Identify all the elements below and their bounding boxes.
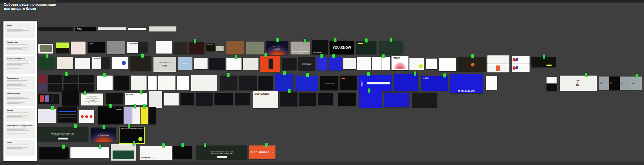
thumbnail-hero-terminal[interactable]: The intelligent terminal: [127, 42, 148, 53]
thumbnail-card-news-of-sera[interactable]: The News of Sera: [153, 57, 176, 72]
green-marker[interactable]: [471, 54, 474, 58]
thumbnail-card-white-1[interactable]: [97, 76, 113, 90]
thumbnail-footer-creative[interactable]: creativedigital: [140, 146, 172, 160]
thumbnail-card-sky[interactable]: ArisaThe: [178, 57, 192, 70]
green-marker[interactable]: [204, 143, 206, 147]
thumbnail-card-blue-steps[interactable]: 01 02 03: [421, 76, 448, 91]
thumbnail-navbar-light[interactable]: [98, 27, 126, 30]
thumbnail-card-dark-8[interactable]: [318, 93, 333, 105]
thumbnail-card-black-1[interactable]: [114, 76, 129, 90]
design-canvas[interactable]: Собрать рефы по композиции для каждого б…: [0, 0, 644, 165]
thumbnail-navbar-beige[interactable]: [149, 26, 176, 31]
thumbnail-card-posters[interactable]: [38, 94, 59, 104]
thumbnail-card-dark-sm[interactable]: [282, 58, 297, 70]
sidebar-section[interactable]: Первый экран: [5, 40, 35, 54]
thumbnail-card-timeline[interactable]: 2004 2015 2016: [320, 76, 338, 90]
green-marker[interactable]: [636, 74, 638, 78]
thumbnail-card-stat-13[interactable]: 13: [599, 77, 609, 90]
thumbnail-banner-terminal[interactable]: Get the terminal that makes every user o…: [37, 127, 88, 141]
green-marker[interactable]: [134, 104, 136, 108]
thumbnail-card-article[interactable]: [226, 58, 242, 70]
thumbnail-card-pricing-black[interactable]: [149, 107, 156, 124]
green-marker[interactable]: [365, 38, 368, 43]
thumbnail-card-cutout-bottom[interactable]: [487, 64, 509, 72]
thumbnail-card-green-dashboard[interactable]: [38, 57, 55, 69]
thumbnail-navbar-dark[interactable]: [38, 27, 73, 31]
thumbnail-card-stat-5[interactable]: 5: [609, 77, 620, 90]
thumbnail-card-red-circles[interactable]: [79, 110, 94, 123]
structure-panel[interactable]: ХедерПервый экранЧто это? ВозможностиПре…: [3, 21, 37, 161]
thumbnail-card-mini-3[interactable]: [79, 75, 94, 83]
thumbnail-card-orange-phone[interactable]: [260, 56, 280, 72]
green-marker[interactable]: [74, 124, 77, 128]
thumbnail-card-blue-wide-2[interactable]: [384, 93, 409, 107]
green-marker[interactable]: [46, 54, 48, 58]
thumbnail-card-dark-7[interactable]: [299, 93, 316, 106]
thumbnail-hero-darkred[interactable]: [189, 42, 204, 54]
thumbnail-card-blue-wide-1[interactable]: [296, 76, 318, 91]
green-marker[interactable]: [84, 91, 86, 95]
thumbnail-card-white-pair-2[interactable]: [381, 57, 390, 70]
thumbnail-card-serif-list[interactable]: Stronger Bike Mater Go, Libre Lightdip P…: [81, 94, 103, 105]
thumbnail-card-white-list[interactable]: [131, 76, 147, 90]
sidebar-section[interactable]: Преимущества: [5, 76, 35, 90]
thumbnail-card-black-orange[interactable]: [340, 76, 357, 90]
thumbnail-card-black-xs[interactable]: [547, 84, 557, 91]
thumbnail-footer-get-started[interactable]: Get Started →: [249, 145, 275, 159]
thumbnail-hero-lime[interactable]: [56, 43, 69, 53]
green-marker[interactable]: [227, 73, 230, 77]
thumbnail-card-phone-mockup[interactable]: [38, 109, 56, 123]
thumbnail-card-blue-tall[interactable]: [275, 74, 293, 91]
green-marker[interactable]: [103, 73, 106, 77]
green-marker[interactable]: [368, 88, 370, 93]
green-marker[interactable]: [320, 54, 323, 58]
thumbnail-card-gray-doc[interactable]: [243, 58, 258, 70]
green-marker[interactable]: [140, 90, 142, 94]
thumbnail-card-blue-list[interactable]: 5 19 14: [358, 75, 392, 91]
thumbnail-footer-pricing-dark[interactable]: [39, 147, 69, 159]
sidebar-section[interactable]: Индивидуальное сотрудничество: [5, 123, 35, 139]
green-marker[interactable]: [367, 72, 370, 76]
thumbnail-hero-webcam[interactable]: [226, 41, 244, 54]
thumbnail-card-collage-3[interactable]: [280, 92, 297, 106]
green-marker[interactable]: [141, 54, 144, 58]
thumbnail-hero-house[interactable]: [38, 44, 53, 54]
thumbnail-hero-greenphoto[interactable]: [379, 41, 403, 54]
thumbnail-card-robot[interactable]: [458, 57, 486, 72]
thumbnail-card-stats-110[interactable]: 98+ 6+ 110+: [560, 76, 597, 91]
green-marker[interactable]: [585, 73, 587, 77]
thumbnail-footer-framed-green[interactable]: [111, 144, 136, 161]
green-marker[interactable]: [283, 71, 286, 75]
green-marker[interactable]: [128, 124, 130, 128]
green-marker[interactable]: [194, 39, 196, 43]
green-marker[interactable]: [288, 89, 291, 93]
thumbnail-card-yellow-dot[interactable]: [409, 58, 424, 70]
thumbnail-card-eggs[interactable]: [57, 57, 73, 69]
thumbnail-card-white-doc-1[interactable]: [343, 58, 356, 69]
green-marker[interactable]: [334, 38, 336, 42]
thumbnail-hero-chroma[interactable]: [356, 41, 376, 54]
thumbnail-navbar-niki[interactable]: NIKI: [75, 27, 96, 31]
thumbnail-card-white-sm[interactable]: [194, 58, 208, 69]
thumbnail-hero-youknow[interactable]: YOU:KNOW: [330, 41, 354, 54]
thumbnail-card-white-pair-1[interactable]: [372, 57, 381, 70]
thumbnail-footer-table[interactable]: [70, 147, 109, 158]
thumbnail-card-product-tall[interactable]: [149, 91, 162, 108]
thumbnail-card-blue-dash-2[interactable]: [359, 91, 382, 108]
thumbnail-navbar-white[interactable]: [128, 28, 146, 30]
thumbnail-card-dark-photo[interactable]: [412, 93, 437, 108]
thumbnail-card-blue-stats[interactable]: 21 000 2040 35%: [450, 74, 483, 93]
thumbnail-card-blue-circle[interactable]: [112, 57, 128, 69]
thumbnail-banner-lifestyle[interactable]: DISCUSS YOUR FUTURE LIFESTYLE.: [119, 127, 145, 144]
green-marker[interactable]: [265, 143, 268, 147]
thumbnail-card-blue-sm-1[interactable]: [317, 57, 327, 71]
thumbnail-card-services[interactable]: SERVICES: [253, 91, 278, 108]
green-marker[interactable]: [264, 53, 267, 57]
thumbnail-card-white-narrow[interactable]: [148, 76, 157, 90]
thumbnail-card-white-lime[interactable]: [75, 58, 90, 69]
thumbnail-card-white-green[interactable]: [177, 76, 189, 90]
green-marker[interactable]: [62, 145, 65, 149]
thumbnail-card-dark-9[interactable]: [338, 93, 356, 106]
thumbnail-card-scooter[interactable]: Next Generation Scooters: [98, 106, 123, 124]
thumbnail-hero-niki[interactable]: NIKI: [88, 42, 105, 53]
